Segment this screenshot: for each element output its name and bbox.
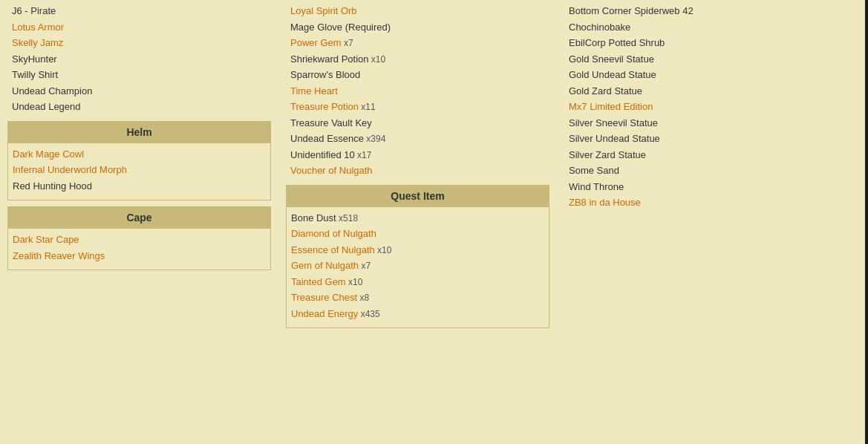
item-label: Chochinobake — [569, 22, 630, 33]
item-label: Wind Throne — [569, 181, 624, 192]
item-label: Bottom Corner Spiderweb 42 — [569, 5, 694, 16]
left-column: J6 - PirateLotus ArmorSkelly JamzSkyHunt… — [0, 0, 278, 444]
item-label: Treasure Vault Key — [290, 117, 372, 128]
item-label: Essence of Nulgath — [291, 244, 375, 255]
item-label: Lotus Armor — [12, 22, 64, 33]
list-item[interactable]: Wind Throne — [569, 179, 856, 195]
list-item[interactable]: Voucher of Nulgath — [290, 163, 545, 179]
list-item[interactable]: Undead Legend — [12, 99, 267, 115]
list-item[interactable]: Dark Star Cape — [13, 232, 266, 248]
list-item[interactable]: Dark Mage Cowl — [13, 146, 266, 163]
list-item[interactable]: Mage Glove (Required) — [290, 19, 545, 36]
item-count: x518 — [336, 213, 358, 223]
list-item[interactable]: Some Sand — [569, 163, 856, 179]
item-label: Undead Champion — [12, 85, 92, 97]
list-item[interactable]: Gem of Nulgath x7 — [291, 258, 544, 274]
list-item[interactable]: J6 - Pirate — [12, 3, 267, 19]
list-item[interactable]: Undead Champion — [12, 83, 267, 99]
item-label: Undead Legend — [12, 101, 81, 112]
right-edge-bar — [865, 0, 868, 444]
list-item[interactable]: Twilly Shirt — [12, 67, 267, 83]
list-item[interactable]: Gold Zard Statue — [569, 83, 856, 99]
list-item[interactable]: Undead Essence x394 — [290, 131, 545, 147]
item-count: x8 — [357, 293, 369, 303]
item-label: Gold Undead Statue — [569, 69, 656, 80]
item-label: Bone Dust — [291, 212, 336, 223]
list-item[interactable]: Essence of Nulgath x10 — [291, 242, 544, 258]
list-item[interactable]: Treasure Vault Key — [290, 115, 545, 131]
cape-section: Cape Dark Star CapeZealith Reaver Wings — [7, 206, 271, 270]
item-label: Gold Zard Statue — [569, 85, 642, 97]
item-label: Treasure Chest — [291, 292, 357, 303]
item-label: Gold Sneevil Statue — [569, 53, 654, 65]
list-item[interactable]: Silver Zard Statue — [569, 147, 856, 163]
helm-section: Helm Dark Mage CowlInfernal Underworld M… — [7, 121, 271, 201]
item-label: Sparrow's Blood — [290, 69, 360, 80]
item-count: x435 — [358, 309, 379, 319]
list-item[interactable]: Time Heart — [290, 83, 545, 99]
list-item[interactable]: SkyHunter — [12, 51, 267, 68]
item-label: Tainted Gem — [291, 276, 346, 287]
item-count: x17 — [355, 150, 372, 160]
list-item[interactable]: Loyal Spirit Orb — [290, 3, 545, 19]
item-label: ZB8 in da House — [569, 197, 641, 208]
list-item[interactable]: EbilCorp Potted Shrub — [569, 35, 856, 51]
list-item[interactable]: Silver Sneevil Statue — [569, 115, 856, 131]
item-label: Treasure Potion — [290, 101, 359, 112]
item-label: J6 - Pirate — [12, 5, 56, 16]
list-item[interactable]: Gold Undead Statue — [569, 67, 856, 83]
list-item[interactable]: Bottom Corner Spiderweb 42 — [569, 3, 856, 19]
item-label: Dark Mage Cowl — [13, 148, 84, 160]
item-label: EbilCorp Potted Shrub — [569, 37, 665, 48]
item-count: x11 — [359, 102, 376, 112]
list-item[interactable]: ZB8 in da House — [569, 195, 856, 211]
item-label: Red Hunting Hood — [13, 180, 92, 192]
item-label: Silver Sneevil Statue — [569, 117, 658, 128]
list-item[interactable]: Sparrow's Blood — [290, 67, 545, 83]
item-count: x7 — [359, 261, 371, 271]
helm-header: Helm — [8, 122, 270, 143]
item-label: SkyHunter — [12, 53, 57, 65]
quest-section: Quest Item Bone Dust x518Diamond of Nulg… — [286, 185, 549, 329]
item-label: Undead Essence — [290, 133, 364, 144]
list-item[interactable]: Power Gem x7 — [290, 35, 545, 51]
list-item[interactable]: Silver Undead Statue — [569, 131, 856, 147]
list-item[interactable]: Skelly Jamz — [12, 35, 267, 51]
list-item[interactable]: Gold Sneevil Statue — [569, 51, 856, 68]
item-label: Silver Undead Statue — [569, 133, 660, 144]
list-item[interactable]: Zealith Reaver Wings — [13, 248, 266, 264]
item-label: Mage Glove (Required) — [290, 22, 391, 33]
middle-item-list: Loyal Spirit OrbMage Glove (Required)Pow… — [286, 0, 549, 185]
list-item[interactable]: Bone Dust x518 — [291, 210, 544, 226]
middle-column: Loyal Spirit OrbMage Glove (Required)Pow… — [278, 0, 557, 444]
list-item[interactable]: Unidentified 10 x17 — [290, 147, 545, 163]
misc-item-list: J6 - PirateLotus ArmorSkelly JamzSkyHunt… — [7, 0, 271, 121]
list-item[interactable]: Shriekward Potion x10 — [290, 51, 545, 68]
cape-item-list: Dark Star CapeZealith Reaver Wings — [8, 229, 270, 270]
list-item[interactable]: Treasure Chest x8 — [291, 290, 544, 306]
item-label: Unidentified 10 — [290, 149, 355, 160]
list-item[interactable]: Tainted Gem x10 — [291, 274, 544, 290]
right-column: Bottom Corner Spiderweb 42ChochinobakeEb… — [557, 0, 868, 444]
list-item[interactable]: Infernal Underworld Morph — [13, 162, 266, 178]
list-item[interactable]: Red Hunting Hood — [13, 178, 266, 195]
item-label: Dark Star Cape — [13, 234, 79, 245]
item-count: x10 — [375, 245, 392, 255]
item-label: Skelly Jamz — [12, 37, 63, 48]
item-label: Twilly Shirt — [12, 69, 58, 80]
item-label: Infernal Underworld Morph — [13, 164, 127, 175]
list-item[interactable]: Chochinobake — [569, 19, 856, 36]
item-label: Mx7 Limited Edition — [569, 101, 653, 112]
item-label: Zealith Reaver Wings — [13, 250, 105, 261]
list-item[interactable]: Undead Energy x435 — [291, 306, 544, 322]
list-item[interactable]: Lotus Armor — [12, 19, 267, 36]
item-label: Time Heart — [290, 85, 338, 97]
item-label: Power Gem — [290, 37, 342, 48]
cape-header: Cape — [8, 207, 270, 229]
list-item[interactable]: Diamond of Nulgath — [291, 226, 544, 242]
list-item[interactable]: Treasure Potion x11 — [290, 99, 545, 115]
item-label: Shriekward Potion — [290, 53, 369, 65]
item-label: Gem of Nulgath — [291, 260, 359, 271]
list-item[interactable]: Mx7 Limited Edition — [569, 99, 856, 115]
quest-item-list: Bone Dust x518Diamond of NulgathEssence … — [287, 207, 549, 328]
